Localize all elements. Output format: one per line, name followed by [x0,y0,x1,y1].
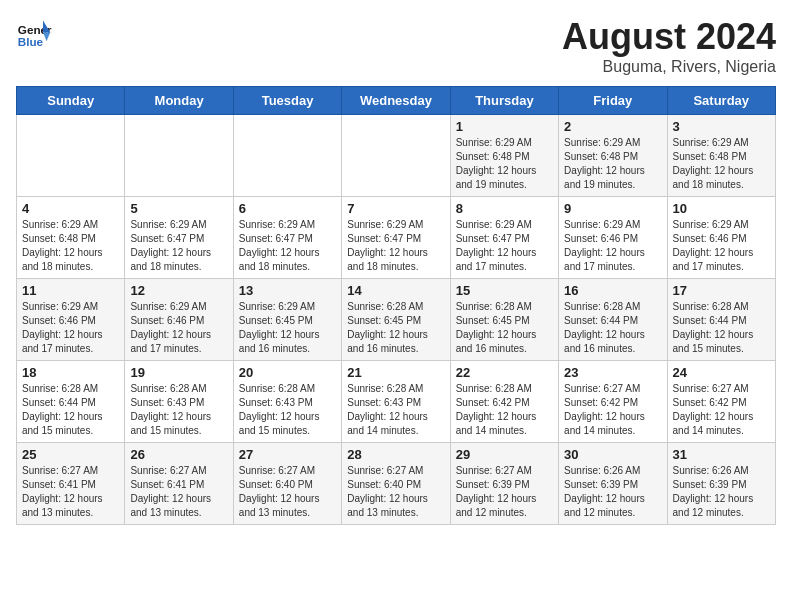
calendar-cell: 5Sunrise: 6:29 AM Sunset: 6:47 PM Daylig… [125,197,233,279]
calendar-cell: 3Sunrise: 6:29 AM Sunset: 6:48 PM Daylig… [667,115,775,197]
day-info: Sunrise: 6:27 AM Sunset: 6:42 PM Dayligh… [564,382,661,438]
calendar-cell: 13Sunrise: 6:29 AM Sunset: 6:45 PM Dayli… [233,279,341,361]
calendar-cell: 19Sunrise: 6:28 AM Sunset: 6:43 PM Dayli… [125,361,233,443]
logo: General Blue [16,16,52,52]
day-number: 11 [22,283,119,298]
calendar-cell: 11Sunrise: 6:29 AM Sunset: 6:46 PM Dayli… [17,279,125,361]
calendar-cell: 20Sunrise: 6:28 AM Sunset: 6:43 PM Dayli… [233,361,341,443]
calendar-week-5: 25Sunrise: 6:27 AM Sunset: 6:41 PM Dayli… [17,443,776,525]
day-number: 25 [22,447,119,462]
day-number: 9 [564,201,661,216]
calendar-cell: 26Sunrise: 6:27 AM Sunset: 6:41 PM Dayli… [125,443,233,525]
day-number: 10 [673,201,770,216]
calendar-cell: 22Sunrise: 6:28 AM Sunset: 6:42 PM Dayli… [450,361,558,443]
calendar-cell: 17Sunrise: 6:28 AM Sunset: 6:44 PM Dayli… [667,279,775,361]
day-number: 16 [564,283,661,298]
svg-marker-3 [43,32,50,41]
calendar-cell: 8Sunrise: 6:29 AM Sunset: 6:47 PM Daylig… [450,197,558,279]
day-info: Sunrise: 6:28 AM Sunset: 6:43 PM Dayligh… [130,382,227,438]
weekday-header-monday: Monday [125,87,233,115]
calendar-cell [17,115,125,197]
weekday-header-wednesday: Wednesday [342,87,450,115]
calendar-cell [233,115,341,197]
calendar-cell: 2Sunrise: 6:29 AM Sunset: 6:48 PM Daylig… [559,115,667,197]
calendar-cell: 16Sunrise: 6:28 AM Sunset: 6:44 PM Dayli… [559,279,667,361]
calendar-cell: 7Sunrise: 6:29 AM Sunset: 6:47 PM Daylig… [342,197,450,279]
day-info: Sunrise: 6:29 AM Sunset: 6:47 PM Dayligh… [347,218,444,274]
calendar-cell: 24Sunrise: 6:27 AM Sunset: 6:42 PM Dayli… [667,361,775,443]
day-number: 20 [239,365,336,380]
calendar-cell: 10Sunrise: 6:29 AM Sunset: 6:46 PM Dayli… [667,197,775,279]
day-number: 21 [347,365,444,380]
day-number: 7 [347,201,444,216]
calendar-cell: 29Sunrise: 6:27 AM Sunset: 6:39 PM Dayli… [450,443,558,525]
day-number: 13 [239,283,336,298]
calendar-cell: 12Sunrise: 6:29 AM Sunset: 6:46 PM Dayli… [125,279,233,361]
page-header: General Blue August 2024 Buguma, Rivers,… [16,16,776,76]
calendar-cell: 31Sunrise: 6:26 AM Sunset: 6:39 PM Dayli… [667,443,775,525]
weekday-header-friday: Friday [559,87,667,115]
calendar-cell: 23Sunrise: 6:27 AM Sunset: 6:42 PM Dayli… [559,361,667,443]
day-number: 15 [456,283,553,298]
day-info: Sunrise: 6:26 AM Sunset: 6:39 PM Dayligh… [564,464,661,520]
day-number: 3 [673,119,770,134]
day-info: Sunrise: 6:29 AM Sunset: 6:46 PM Dayligh… [130,300,227,356]
day-number: 12 [130,283,227,298]
calendar-cell: 25Sunrise: 6:27 AM Sunset: 6:41 PM Dayli… [17,443,125,525]
logo-icon: General Blue [16,16,52,52]
day-number: 22 [456,365,553,380]
calendar-week-1: 1Sunrise: 6:29 AM Sunset: 6:48 PM Daylig… [17,115,776,197]
weekday-header-tuesday: Tuesday [233,87,341,115]
weekday-header-saturday: Saturday [667,87,775,115]
day-info: Sunrise: 6:29 AM Sunset: 6:45 PM Dayligh… [239,300,336,356]
day-info: Sunrise: 6:29 AM Sunset: 6:46 PM Dayligh… [22,300,119,356]
calendar-cell [342,115,450,197]
title-block: August 2024 Buguma, Rivers, Nigeria [562,16,776,76]
calendar-cell: 28Sunrise: 6:27 AM Sunset: 6:40 PM Dayli… [342,443,450,525]
day-info: Sunrise: 6:28 AM Sunset: 6:43 PM Dayligh… [347,382,444,438]
day-info: Sunrise: 6:29 AM Sunset: 6:48 PM Dayligh… [673,136,770,192]
day-info: Sunrise: 6:29 AM Sunset: 6:48 PM Dayligh… [564,136,661,192]
day-number: 26 [130,447,227,462]
day-info: Sunrise: 6:28 AM Sunset: 6:45 PM Dayligh… [456,300,553,356]
calendar-cell: 27Sunrise: 6:27 AM Sunset: 6:40 PM Dayli… [233,443,341,525]
calendar-cell: 14Sunrise: 6:28 AM Sunset: 6:45 PM Dayli… [342,279,450,361]
day-number: 30 [564,447,661,462]
calendar-cell: 30Sunrise: 6:26 AM Sunset: 6:39 PM Dayli… [559,443,667,525]
day-info: Sunrise: 6:28 AM Sunset: 6:45 PM Dayligh… [347,300,444,356]
day-info: Sunrise: 6:27 AM Sunset: 6:39 PM Dayligh… [456,464,553,520]
day-info: Sunrise: 6:28 AM Sunset: 6:44 PM Dayligh… [22,382,119,438]
calendar-cell: 6Sunrise: 6:29 AM Sunset: 6:47 PM Daylig… [233,197,341,279]
day-info: Sunrise: 6:29 AM Sunset: 6:47 PM Dayligh… [239,218,336,274]
day-number: 18 [22,365,119,380]
svg-text:Blue: Blue [18,35,44,48]
day-info: Sunrise: 6:29 AM Sunset: 6:47 PM Dayligh… [130,218,227,274]
day-number: 24 [673,365,770,380]
day-info: Sunrise: 6:28 AM Sunset: 6:42 PM Dayligh… [456,382,553,438]
calendar-cell: 9Sunrise: 6:29 AM Sunset: 6:46 PM Daylig… [559,197,667,279]
weekday-header-thursday: Thursday [450,87,558,115]
calendar-cell: 21Sunrise: 6:28 AM Sunset: 6:43 PM Dayli… [342,361,450,443]
calendar-week-2: 4Sunrise: 6:29 AM Sunset: 6:48 PM Daylig… [17,197,776,279]
day-info: Sunrise: 6:27 AM Sunset: 6:41 PM Dayligh… [22,464,119,520]
day-number: 6 [239,201,336,216]
day-number: 8 [456,201,553,216]
page-subtitle: Buguma, Rivers, Nigeria [562,58,776,76]
day-number: 28 [347,447,444,462]
day-info: Sunrise: 6:28 AM Sunset: 6:44 PM Dayligh… [564,300,661,356]
calendar-table: SundayMondayTuesdayWednesdayThursdayFrid… [16,86,776,525]
day-info: Sunrise: 6:26 AM Sunset: 6:39 PM Dayligh… [673,464,770,520]
day-info: Sunrise: 6:29 AM Sunset: 6:47 PM Dayligh… [456,218,553,274]
day-number: 19 [130,365,227,380]
calendar-header-row: SundayMondayTuesdayWednesdayThursdayFrid… [17,87,776,115]
calendar-cell: 15Sunrise: 6:28 AM Sunset: 6:45 PM Dayli… [450,279,558,361]
day-number: 5 [130,201,227,216]
day-number: 14 [347,283,444,298]
day-info: Sunrise: 6:29 AM Sunset: 6:48 PM Dayligh… [22,218,119,274]
day-number: 17 [673,283,770,298]
day-number: 27 [239,447,336,462]
day-info: Sunrise: 6:28 AM Sunset: 6:43 PM Dayligh… [239,382,336,438]
calendar-cell [125,115,233,197]
day-number: 1 [456,119,553,134]
day-number: 29 [456,447,553,462]
